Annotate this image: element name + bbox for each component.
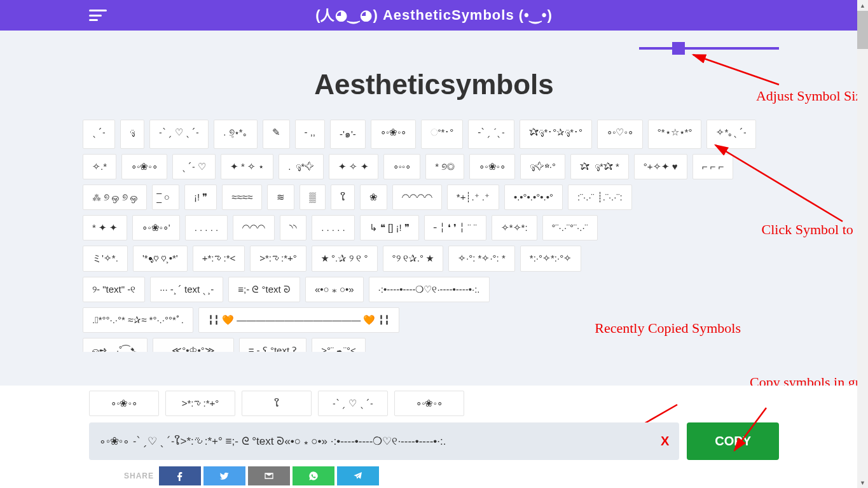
symbol-cell[interactable]: ·:•----•----❍♡୧·----•----•·:. <box>369 277 490 302</box>
symbol-cell[interactable]: '*•ೃ♡ ♡¸•*' <box>133 246 188 272</box>
share-facebook[interactable] <box>159 466 201 485</box>
symbol-cell[interactable]: ≋ <box>267 185 294 210</box>
size-slider[interactable] <box>639 42 779 55</box>
annotation-adjust: Adjust Symbol Size <box>756 88 868 104</box>
scrollbar-thumb[interactable] <box>857 11 868 49</box>
recent-symbol[interactable]: ∘◦❀◦∘ <box>89 391 159 416</box>
symbol-cell[interactable]: ̲̲̅̅ ○ <box>152 185 179 210</box>
recent-symbol[interactable]: >*:ఌ:*+° <box>165 391 235 416</box>
share-row: SHARE <box>83 466 785 485</box>
symbol-cell[interactable]: . . . . . <box>312 215 355 241</box>
symbol-cell[interactable]: >*:ఌ:*+° <box>250 246 307 272</box>
copy-row: ∘◦❀◦∘ ˗ˋˏ♡ ˎˊ˗ໃ>*:ఌ:*+° ≡;- ᘓ °text ᘐ«•○… <box>83 422 785 460</box>
symbol-cell[interactable]: ∘◦♡◦∘ <box>597 120 643 149</box>
share-twitter[interactable] <box>203 466 245 485</box>
symbol-cell[interactable]: *:·°✧*:·°✧ <box>520 246 581 272</box>
symbol-cell[interactable]: ∘◦❀◦∘ <box>469 154 515 179</box>
symbol-cell[interactable]: «•○ ⁎ ○•» <box>305 277 364 302</box>
symbol-cell[interactable]: . ೃ*✧ <box>279 154 324 179</box>
page-title: Aestheticsymbols <box>83 69 785 101</box>
symbol-cell[interactable]: * ✦ ✦ <box>83 215 127 241</box>
scrollbar-up[interactable]: ▲ <box>857 0 868 11</box>
share-label: SHARE <box>124 471 154 480</box>
symbol-cell[interactable]: ˎˊ˗ <box>83 120 115 149</box>
symbol-cell[interactable]: ∘◦◦∘ <box>383 154 421 179</box>
symbol-cell[interactable]: ✧.* <box>83 154 116 179</box>
symbol-cell[interactable]: ˗ˋˏ ♡ ˎˊ˗ <box>149 120 209 149</box>
symbol-cell[interactable]: ✰ೃ*･°✰ೃ*･° <box>520 120 592 149</box>
copy-button[interactable]: COPY <box>687 422 779 460</box>
symbol-cell[interactable]: ✦ * ✧ ⋆ <box>221 154 273 179</box>
scrollbar[interactable]: ▲ ▼ <box>857 0 868 488</box>
symbol-cell[interactable]: ∘◦❀◦∘' <box>132 215 180 241</box>
symbol-cell[interactable]: •.•°•.•°•.•° <box>504 185 563 210</box>
symbol-cell[interactable]: ✧*✧*: <box>492 215 537 241</box>
symbol-cell[interactable]: ╏╏ 🧡 ————————————— 🧡 ╏╏ <box>198 307 399 333</box>
symbol-cell[interactable]: …≪°•♔•°≫… <box>153 338 234 352</box>
symbol-cell[interactable]: ミ'✧*. <box>83 246 128 272</box>
recent-symbol[interactable]: ໃ <box>242 391 312 416</box>
symbol-cell[interactable]: :¨·.·¨ ┊.¨·.·¨: <box>568 185 632 210</box>
recent-symbol[interactable]: ˗ˋˏ ♡ ˎˊ˗ <box>318 391 388 416</box>
symbol-cell[interactable]: +*:ఌ:*< <box>193 246 245 272</box>
symbol-cell[interactable]: ∘◦❀◦∘ <box>121 154 167 179</box>
symbol-cell[interactable]: ↳ ❝ [] ¡! ❞ <box>360 215 419 241</box>
slider-track <box>639 47 779 50</box>
symbol-cell[interactable]: ≡;- ᘓ °text ᘐ <box>228 277 300 302</box>
menu-icon[interactable] <box>89 10 107 21</box>
symbol-cell[interactable]: ★ °.✰ ୨ ୧ ° <box>312 246 378 272</box>
symbol-cell[interactable]: °¨·.·¨°¨·.·¨ <box>542 215 598 241</box>
symbol-cell[interactable]: ◝◝ <box>280 215 307 241</box>
symbol-cell[interactable]: ✧*｡ˎˊ˗ <box>706 120 756 149</box>
symbol-cell[interactable]: ▒ <box>300 185 326 210</box>
symbol-cell[interactable]: ╴╎ ❛ ❜ ╎ ¨ ¨ <box>424 215 486 241</box>
symbol-cell[interactable]: =,- ʕ °text ʔ <box>239 338 307 352</box>
symbol-cell[interactable]: . . . . . <box>185 215 228 241</box>
compose-clear[interactable]: X <box>661 434 669 449</box>
brand-title: (人◕‿◕) AestheticSymbols (•‿•) <box>315 6 553 25</box>
symbol-cell[interactable]: ஓ➺…·˚⁀➷ <box>83 338 148 352</box>
symbol-cell[interactable]: °*⋆☆⋆*° <box>648 120 702 149</box>
header: (人◕‿◕) AestheticSymbols (•‿•) <box>0 0 868 31</box>
symbol-cell[interactable]: ೃ✧☆·° <box>520 154 565 179</box>
symbol-cell[interactable]: ◜◝◜◝◜◝ <box>233 215 275 241</box>
symbol-cell[interactable]: ✎ <box>263 120 290 149</box>
symbol-cell[interactable]: ✰ ೃ*✰ * <box>570 154 629 179</box>
share-telegram[interactable] <box>337 466 379 485</box>
symbol-cell[interactable]: ··· -¸ˊ text ˎ¸- <box>150 277 223 302</box>
compose-box[interactable]: ∘◦❀◦∘ ˗ˋˏ♡ ˎˊ˗ໃ>*:ఌ:*+° ≡;- ᘓ °text ᘐ«•○… <box>89 422 679 460</box>
symbol-cell[interactable]: ୨- "text" -୧ <box>83 277 145 302</box>
symbol-cell[interactable]: - ,, <box>295 120 326 149</box>
share-email[interactable] <box>248 466 290 485</box>
symbol-cell[interactable]: ≈≈≈≈ <box>222 185 262 210</box>
symbol-cell[interactable]: ∘◦❀◦∘ <box>371 120 417 149</box>
symbol-cell[interactable]: . ୭̥⋆*｡ <box>214 120 257 149</box>
recent-symbols: ∘◦❀◦∘>*:ఌ:*+°ໃ˗ˋˏ ♡ ˎˊ˗∘◦❀◦∘ <box>83 391 785 416</box>
symbol-cell[interactable]: ✦ ✧ ✦ <box>329 154 378 179</box>
bottom-panel: ∘◦❀◦∘>*:ఌ:*+°ໃ˗ˋˏ ♡ ˎˊ˗∘◦❀◦∘ ∘◦❀◦∘ ˗ˋˏ♡ … <box>0 386 868 488</box>
scrollbar-down[interactable]: ▼ <box>857 477 868 488</box>
symbol-cell[interactable]: ೃ <box>120 120 144 149</box>
symbol-cell[interactable]: ◜◝◜◝◜◝◜◝ <box>392 185 442 210</box>
symbol-cell[interactable]: ໃ <box>331 185 355 210</box>
symbol-cell[interactable]: *+┊.⁺ .⁺ <box>447 185 499 210</box>
symbol-cell[interactable]: * ୭◎ <box>425 154 464 179</box>
symbol-cell[interactable]: -'๑'- <box>330 120 366 149</box>
recent-symbol[interactable]: ∘◦❀◦∘ <box>394 391 464 416</box>
share-whatsapp[interactable] <box>293 466 334 485</box>
symbol-cell[interactable]: ˎˊ˗ ♡ <box>172 154 216 179</box>
symbol-cell[interactable]: ଂ*･° <box>421 120 463 149</box>
annotation-click: Click Symbol to Copy <box>762 221 868 238</box>
symbol-cell[interactable]: >°¨☁¨°< <box>312 338 366 352</box>
symbol-cell[interactable]: ¡! ❞ <box>184 185 217 210</box>
symbol-cell[interactable]: ⌐ ⌐ ⌐ <box>692 154 734 179</box>
symbol-cell[interactable]: ⁂ ୭ ஒ ୭ ஒ <box>83 185 147 210</box>
slider-thumb[interactable] <box>672 42 685 55</box>
symbol-cell[interactable]: °+✧✦ ♥ <box>634 154 687 179</box>
annotation-recent: Recently Copied Symbols <box>595 320 741 337</box>
symbol-cell[interactable]: ❀ <box>360 185 387 210</box>
symbol-cell[interactable]: -ˋˏ ´ˎ˗ <box>468 120 514 149</box>
symbol-cell[interactable]: °୨ ୧✰.° ★ <box>383 246 444 272</box>
symbol-cell[interactable]: .ﾟ*°°·.·°* ≈✰≈ *°·.·°°*ﾟ. <box>83 307 193 333</box>
symbol-cell[interactable]: ✧·°: *✧·°: * <box>448 246 515 272</box>
